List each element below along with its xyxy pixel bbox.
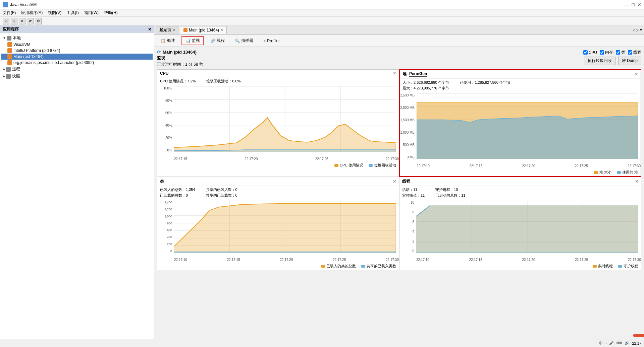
threads-total-stat: 已启动的总数：11 xyxy=(435,193,465,198)
charts-grid: CPU ✕ CPU 使用情况：7.2% 垃圾回收活动：0.0% 100% 80%… xyxy=(157,69,641,270)
checkbox-classes[interactable]: 类 xyxy=(616,50,625,55)
threads-stats-row-1: 活动：11 实时峰值：11 xyxy=(402,187,425,198)
classes-shared-loaded-stat: 共享的已装入数：0 xyxy=(206,187,237,192)
cpu-y-axis: 100% 80% 60% 40% 20% 0% xyxy=(157,86,173,152)
threads-icon: 🔗 xyxy=(210,39,215,43)
heap-dump-button[interactable]: 堆 Dump xyxy=(618,57,641,65)
menu-window[interactable]: 窗口(W) xyxy=(84,10,99,16)
tab-nav-menu[interactable]: ▼ xyxy=(639,28,643,32)
tab-main-close[interactable]: ✕ xyxy=(220,28,223,32)
sub-tab-sampler-label: 抽样器 xyxy=(241,38,253,44)
keyboard-icon: ⌨ xyxy=(616,341,622,345)
heap-legend: 堆 大小 使用的 堆 xyxy=(400,169,641,176)
toolbar-btn-4[interactable]: ⟳ xyxy=(27,18,34,24)
menu-file[interactable]: 文件(F) xyxy=(3,10,16,16)
left-panel-header: 应用程序 ✕ xyxy=(0,25,154,33)
classes-legend: 已装入的类的总数 共享的已装入类数 xyxy=(157,263,399,270)
monitor-process-title: Main (pid 13464) xyxy=(163,50,197,55)
heap-tab-permgen[interactable]: PermGen xyxy=(409,71,427,77)
tree-label-local: 本地 xyxy=(13,35,21,41)
classes-panel-close[interactable]: ✕ xyxy=(393,179,396,184)
sub-tab-threads[interactable]: 🔗 线程 xyxy=(207,37,228,45)
java-icon-launcher xyxy=(7,60,12,65)
heap-chart-container: 2,500 MB 2,000 MB 1,500 MB 1,000 MB 500 … xyxy=(400,92,641,169)
classes-chart-svg xyxy=(174,201,396,253)
legend-dot-classes-loaded xyxy=(321,265,325,268)
sub-tab-profiler[interactable]: ○ Profiler xyxy=(260,37,283,45)
heap-tab-heap[interactable]: 堆 xyxy=(402,71,407,77)
tab-bar: 起始页 ✕ Main (pid 13464) ✕ ◁ ▷ ▼ xyxy=(154,25,644,35)
menu-help[interactable]: 帮助(H) xyxy=(104,10,118,16)
sub-tab-monitor-label: 监视 xyxy=(192,38,200,44)
tree-item-intellij[interactable]: IntelliJ Platform (pid 8784) xyxy=(1,48,153,54)
sub-tab-monitor[interactable]: 📊 监视 xyxy=(181,36,204,45)
classes-y-axis: 1,400 1,200 1,000 800 600 400 200 0 xyxy=(157,201,173,253)
legend-dot-daemon-threads xyxy=(618,265,622,268)
tree-item-main[interactable]: Main (pid 13464) xyxy=(1,54,153,60)
sub-tab-overview[interactable]: 📋 概述 xyxy=(157,37,179,45)
tree-item-snapshot[interactable]: ▶ 快照 xyxy=(1,73,153,80)
tab-nav-right[interactable]: ▷ xyxy=(636,28,639,32)
legend-dot-cpu xyxy=(334,164,338,167)
cpu-usage-stat: CPU 使用情况：7.2% xyxy=(160,79,196,84)
classes-shared-unloaded-stat: 共享的已卸载数：0 xyxy=(206,193,237,198)
left-panel: 应用程序 ✕ ▼ 本地 VisualVM IntelliJ Platform (… xyxy=(0,25,154,347)
sub-tab-sampler[interactable]: 🔍 抽样器 xyxy=(231,37,257,45)
legend-heap-used: 使用的 堆 xyxy=(617,170,638,175)
toolbar-btn-3[interactable]: ✕ xyxy=(19,18,25,24)
monitor-icon: 📊 xyxy=(185,39,191,43)
legend-dot-heap-used xyxy=(617,171,621,174)
mic-icon: 🎤 xyxy=(609,341,614,345)
time-display: 22:17 xyxy=(632,341,641,345)
svg-marker-18 xyxy=(417,116,638,159)
titlebar: Java VisualVM — □ ✕ xyxy=(0,0,644,9)
threads-active-stat: 活动：11 xyxy=(402,187,425,192)
threads-stats-row-2: 守护进程：10 已启动的总数：11 xyxy=(435,187,465,198)
menu-tools[interactable]: 工具(I) xyxy=(67,10,78,16)
toolbar-btn-1[interactable]: ◁ xyxy=(3,18,9,24)
tree-label-snapshot: 快照 xyxy=(12,73,20,79)
legend-heap-size: 堆 大小 xyxy=(594,170,611,175)
maximize-button[interactable]: □ xyxy=(632,2,635,7)
toolbar-btn-2[interactable]: ▷ xyxy=(11,18,17,24)
tree-label-main: Main (pid 13464) xyxy=(13,54,44,59)
gc-button[interactable]: 执行垃圾回收 xyxy=(584,57,615,65)
heap-tabs: 堆 PermGen xyxy=(402,71,427,77)
threads-panel: 线程 ✕ 活动：11 实时峰值：11 守护进程：10 已启动的总数：11 xyxy=(399,177,641,270)
computer-icon xyxy=(7,36,11,41)
classes-x-axis: 22:17:10 22:17:15 22:17:20 22:17:25 22:1… xyxy=(174,258,399,262)
java-icon-intellij xyxy=(7,48,12,53)
tree-label-remote: 远程 xyxy=(12,66,20,72)
classes-panel: 类 ✕ 已装入的总数：1,354 已卸载的总数：0 共享的已装入数：0 共享的已… xyxy=(157,177,399,270)
checkbox-threads[interactable]: 线程 xyxy=(628,50,641,55)
heap-panel-close[interactable]: ✕ xyxy=(635,72,638,77)
cpu-panel-header: CPU ✕ xyxy=(157,70,399,77)
close-button[interactable]: ✕ xyxy=(637,2,641,7)
toolbar-btn-5[interactable]: ⚙ xyxy=(35,18,42,24)
tab-start[interactable]: 起始页 ✕ xyxy=(156,26,179,34)
checkbox-cpu[interactable]: CPU xyxy=(583,50,597,55)
tree-item-remote[interactable]: ▶ 远程 xyxy=(1,66,153,73)
heap-panel-header: 堆 PermGen ✕ xyxy=(400,70,641,79)
expand-icon-remote: ▶ xyxy=(3,67,5,71)
threads-panel-title: 线程 xyxy=(402,179,410,184)
tab-start-label: 起始页 xyxy=(159,27,171,33)
tree-item-local[interactable]: ▼ 本地 xyxy=(1,34,153,42)
remote-icon xyxy=(6,67,11,72)
cpu-panel-close[interactable]: ✕ xyxy=(393,71,396,76)
tree-item-launcher[interactable]: org.jetbrains.jps.cmdline.Launcher (pid … xyxy=(1,60,153,66)
cpu-panel: CPU ✕ CPU 使用情况：7.2% 垃圾回收活动：0.0% 100% 80%… xyxy=(157,69,399,177)
legend-dot-live-threads xyxy=(593,265,597,268)
tab-start-close[interactable]: ✕ xyxy=(173,28,175,32)
tab-main[interactable]: Main (pid 13464) ✕ xyxy=(180,26,227,34)
tab-nav-left[interactable]: ◁ xyxy=(633,28,635,32)
menu-app[interactable]: 应用程序(A) xyxy=(21,10,43,16)
menu-view[interactable]: 视图(V) xyxy=(48,10,61,16)
checkbox-memory[interactable]: 内存 xyxy=(600,50,613,55)
tree-item-visualvm[interactable]: VisualVM xyxy=(1,42,153,48)
corner-button[interactable]: 补贴 xyxy=(633,334,644,337)
left-panel-close[interactable]: ✕ xyxy=(148,27,151,32)
threads-panel-close[interactable]: ✕ xyxy=(635,179,638,184)
threads-chart-container: 10 8 6 4 2 0 xyxy=(399,199,641,263)
minimize-button[interactable]: — xyxy=(625,2,629,7)
